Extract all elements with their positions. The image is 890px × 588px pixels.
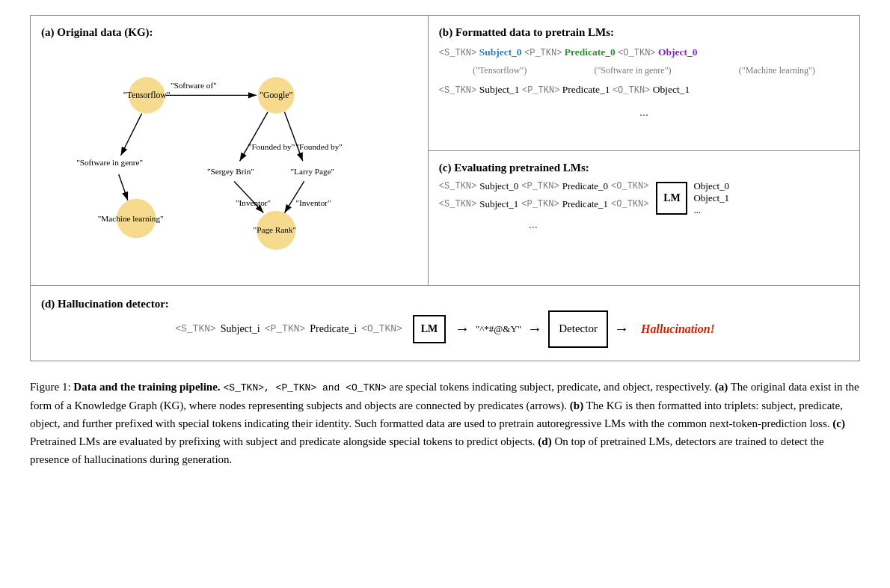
panel-c-title: (c) Evaluating pretrained LMs: [439, 162, 849, 174]
subtext-software: ("Software in genre") [594, 63, 671, 79]
c-ellipsis: ... [693, 204, 729, 216]
svg-line-14 [284, 181, 304, 212]
svg-line-8 [240, 112, 268, 161]
svg-text:"Software of": "Software of" [171, 81, 217, 90]
arrow-1: → [455, 320, 470, 337]
lm-section: LM Object_0 Object_1 ... [656, 180, 729, 216]
svg-line-7 [119, 174, 128, 200]
panel-d-content: (d) Hallucination detector: <S_TKN> Subj… [41, 298, 849, 348]
svg-line-6 [121, 114, 142, 156]
s-tkn-2: <S_TKN> [439, 85, 476, 96]
caption-a-label: (a) [715, 381, 728, 393]
svg-text:"Founded by": "Founded by" [295, 142, 342, 151]
p-tkn-1: <P_TKN> [524, 48, 562, 58]
c-object-1: Object_1 [693, 192, 729, 204]
c-outputs: Object_0 Object_1 ... [693, 180, 729, 216]
panel-d-title: (d) Hallucination detector: [41, 298, 834, 310]
object-1: Object_1 [653, 84, 690, 95]
hallucination-label: Hallucination! [641, 322, 715, 336]
predicate-0: Predicate_0 [565, 46, 618, 58]
d-p-tkn: <P_TKN> [265, 323, 306, 334]
formatted-row-1: <S_TKN> Subject_0 <P_TKN> Predicate_0 <O… [439, 45, 849, 60]
caption-mono-tokens: <S_TKN>, <P_TKN> and <O_TKN> [223, 382, 386, 393]
svg-text:"Tensorflow": "Tensorflow" [123, 91, 171, 100]
s-tkn-1: <S_TKN> [439, 48, 476, 58]
panel-c: (c) Evaluating pretrained LMs: <S_TKN> S… [429, 151, 859, 286]
panel-c-content: <S_TKN> Subject_0 <P_TKN> Predicate_0 <O… [439, 180, 849, 233]
panel-bc: (b) Formatted data to pretrain LMs: <S_T… [429, 16, 859, 285]
svg-text:"Page Rank": "Page Rank" [254, 225, 296, 234]
predicate-1: Predicate_1 [562, 84, 613, 95]
d-o-tkn: <O_TKN> [361, 323, 402, 334]
svg-text:"Software in genre": "Software in genre" [76, 158, 143, 167]
object-0: Object_0 [658, 46, 697, 58]
caption-c-label: (c) [832, 417, 845, 429]
svg-text:"Sergey Brin": "Sergey Brin" [207, 167, 254, 176]
ellipsis-b: ... [439, 102, 849, 123]
svg-text:"Machine learning": "Machine learning" [98, 214, 164, 223]
detector-box: Detector [548, 310, 608, 348]
kg-svg: "Software of" "Founded by" "Founded by" … [41, 45, 420, 262]
subtext-machine: ("Machine learning") [739, 63, 815, 79]
panel-c-rows: <S_TKN> Subject_0 <P_TKN> Predicate_0 <O… [439, 180, 649, 233]
lm-box-c: LM [656, 182, 687, 215]
subtext-tensorflow: ("Tensorflow") [473, 63, 527, 79]
c-object-0: Object_0 [693, 180, 729, 192]
panel-c-row-1: <S_TKN> Subject_0 <P_TKN> Predicate_0 <O… [439, 180, 649, 192]
noise-label: "^*#@&Y" [476, 323, 521, 335]
formatted-row-2: <S_TKN> Subject_1 <P_TKN> Predicate_1 <O… [439, 82, 849, 97]
svg-text:"Inventor": "Inventor" [236, 198, 271, 207]
c-s-tkn-2: <S_TKN> [439, 199, 476, 209]
o-tkn-2: <O_TKN> [613, 85, 650, 96]
svg-text:"Founded by": "Founded by" [248, 142, 295, 151]
arrow-3: → [614, 320, 629, 337]
svg-text:"Inventor": "Inventor" [295, 198, 331, 207]
panel-a-title: (a) Original data (KG): [41, 26, 420, 39]
lm-box-d: LM [413, 315, 446, 343]
d-s-tkn: <S_TKN> [175, 323, 216, 334]
svg-line-12 [234, 181, 263, 212]
c-o-tkn-1: <O_TKN> [611, 181, 648, 192]
c-o-tkn-2: <O_TKN> [611, 199, 648, 209]
svg-text:"Google": "Google" [260, 91, 292, 100]
arrow-2: → [527, 320, 542, 337]
subject-0: Subject_0 [479, 46, 524, 58]
c-p-tkn-1: <P_TKN> [521, 181, 559, 192]
caption: Figure 1: Data and the training pipeline… [30, 378, 860, 468]
panel-b-title: (b) Formatted data to pretrain LMs: [439, 26, 849, 39]
caption-label: Figure 1: Data and the training pipeline… [30, 381, 859, 465]
ellipsis-c: ... [439, 218, 649, 231]
figure-container: (a) Original data (KG): "Software of" "F… [30, 15, 860, 361]
panel-a: (a) Original data (KG): "Software of" "F… [31, 16, 429, 285]
panel-d: (d) Hallucination detector: <S_TKN> Subj… [31, 286, 859, 361]
panel-c-row-2: <S_TKN> Subject_1 <P_TKN> Predicate_1 <O… [439, 198, 649, 210]
svg-line-10 [284, 112, 302, 161]
c-p-tkn-2: <P_TKN> [521, 199, 559, 209]
panel-d-diagram: <S_TKN> Subject_i <P_TKN> Predicate_i <O… [41, 310, 849, 348]
c-s-tkn-1: <S_TKN> [439, 181, 476, 192]
caption-d-label: (d) [538, 435, 551, 447]
caption-b-label: (b) [570, 399, 583, 411]
panel-b: (b) Formatted data to pretrain LMs: <S_T… [429, 16, 859, 151]
p-tkn-2: <P_TKN> [522, 85, 559, 96]
svg-text:"Larry Page": "Larry Page" [291, 167, 335, 176]
o-tkn-1: <O_TKN> [618, 48, 655, 58]
subject-1: Subject_1 [479, 84, 522, 95]
caption-bold-title: Data and the training pipeline. [73, 381, 220, 393]
subtext-row-1: ("Tensorflow") ("Software in genre") ("M… [439, 63, 849, 79]
